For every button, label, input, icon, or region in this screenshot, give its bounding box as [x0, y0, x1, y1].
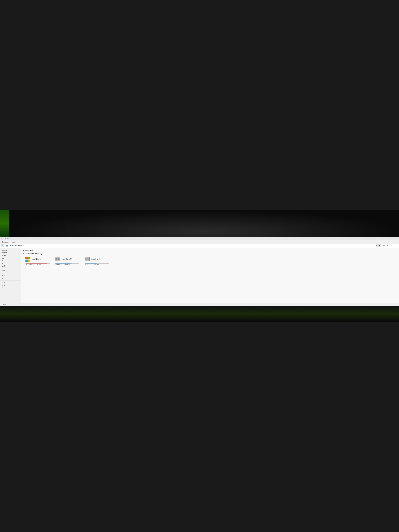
hdd-e-icon [55, 257, 60, 261]
sidebar-item-f-drive[interactable]: k (F:) [0, 287, 21, 289]
windows-logo-icon [25, 257, 30, 262]
sidebar-item-op[interactable]: op [0, 262, 21, 265]
sidebar-item-loads[interactable]: loads [0, 265, 21, 267]
drives-container: Local Disk (C:) 10.8 GB free of 111 GB [23, 256, 397, 266]
devices-section-header[interactable]: ▾ Devices and drives (3) [23, 253, 397, 255]
win-red [25, 257, 28, 259]
drive-f-free-space: 318 GB free of 683 GB [85, 264, 109, 266]
sidebar-item-e-drive[interactable]: sk (E:) [0, 284, 21, 287]
devices-label: Devices and drives (3) [25, 253, 42, 255]
path-monitor-icon [6, 245, 8, 247]
devices-toggle-icon: ▾ [23, 253, 24, 254]
folders-toggle-icon: ▶ [23, 250, 24, 251]
menu-bar: Computer View [0, 241, 399, 244]
sidebar-item-ents[interactable]: ents [0, 274, 21, 277]
drive-e-top: Local Disk (E:) [55, 257, 79, 262]
sidebar-item-ads[interactable]: ads [0, 277, 21, 280]
wallpaper-area [0, 210, 399, 237]
main-content: access uments nloads res AN op loads ect… [0, 248, 399, 303]
drive-e-name: Local Disk (E:) [62, 258, 79, 260]
drive-c-bar-fill [25, 263, 47, 264]
sidebar-item-documents[interactable]: uments [0, 252, 21, 254]
win-green [28, 257, 30, 259]
drive-f-icon [85, 257, 90, 262]
drive-c-name: Local Disk (C:) [32, 258, 50, 260]
win-blue [25, 260, 28, 262]
title-bar-title: This PC [4, 238, 9, 240]
drive-e-bar-container [55, 263, 79, 264]
sidebar-item-c-drive[interactable]: sk (C:) [0, 281, 21, 284]
drive-c-icon [25, 257, 31, 262]
search-input[interactable] [382, 244, 398, 247]
drive-c-bar-container [25, 263, 50, 264]
hdd-f-icon [85, 257, 90, 261]
content-pane: ▶ Folders (7) ▾ Devices and drives (3) [21, 248, 399, 303]
refresh-button[interactable]: ↻ [378, 244, 381, 247]
bottom-area [0, 306, 399, 322]
status-item-count: 3 items [1, 304, 6, 305]
menu-view[interactable]: View [11, 241, 16, 243]
address-path[interactable]: Devices and drives (3) › [5, 244, 375, 247]
address-bar: ↑ Devices and drives (3) › ▾ ↻ [0, 244, 399, 248]
file-explorer-window: ▾ | This PC Computer View ↑ Devices and … [0, 237, 399, 306]
drive-f[interactable]: Local Disk (F:) 318 GB free of 683 GB [83, 256, 110, 266]
folders-section-header[interactable]: ▶ Folders (7) [23, 249, 397, 251]
sidebar-item-ects[interactable]: ects [0, 269, 21, 272]
drive-f-top: Local Disk (F:) [85, 257, 109, 262]
drive-c-info: Local Disk (C:) [32, 258, 50, 261]
drive-f-bar-fill [85, 263, 97, 264]
drive-f-bar-container [85, 263, 109, 264]
sidebar-item-p[interactable]: p [0, 272, 21, 274]
address-controls: ▾ ↻ [376, 244, 381, 247]
sidebar-item-downloads[interactable]: nloads [0, 254, 21, 257]
folders-label: Folders (7) [25, 249, 33, 251]
drive-e-free-space: 80.1 GB free of 247 GB [55, 264, 79, 266]
drive-e[interactable]: Local Disk (E:) 80.1 GB free of 247 GB [54, 256, 80, 266]
drive-f-name: Local Disk (F:) [91, 258, 109, 260]
drive-e-info: Local Disk (E:) [62, 258, 79, 261]
menu-computer[interactable]: Computer [1, 241, 9, 243]
dropdown-arrow[interactable]: ▾ [376, 245, 378, 247]
sidebar-item-an[interactable]: AN [0, 260, 21, 262]
title-bar-divider: | [3, 238, 3, 240]
title-bar-menu-icon: ▾ [1, 238, 2, 240]
sidebar-item-res[interactable]: res [0, 257, 21, 260]
drive-e-bar-fill [55, 263, 71, 264]
title-bar: ▾ | This PC [0, 237, 399, 241]
drive-e-icon [55, 257, 60, 262]
path-label-thispc: Devices and drives (3) [9, 245, 24, 247]
drive-c-top: Local Disk (C:) [25, 257, 50, 262]
status-bar: 3 items [0, 303, 399, 306]
sidebar: access uments nloads res AN op loads ect… [0, 248, 21, 303]
drive-c-free-space: 10.8 GB free of 111 GB [25, 264, 50, 266]
drive-c[interactable]: Local Disk (C:) 10.8 GB free of 111 GB [24, 256, 51, 266]
nav-up-button[interactable]: ↑ [1, 244, 4, 247]
win-yellow [28, 260, 30, 262]
sidebar-item-access[interactable]: access [0, 249, 21, 252]
drive-f-info: Local Disk (F:) [91, 258, 109, 261]
path-separator: › [25, 245, 25, 247]
